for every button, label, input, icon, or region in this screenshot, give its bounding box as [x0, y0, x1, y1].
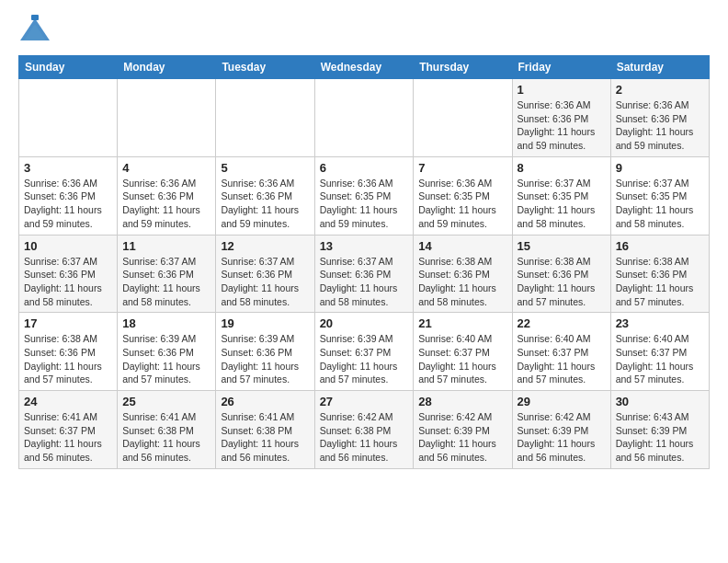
- calendar-cell: 8Sunrise: 6:37 AM Sunset: 6:35 PM Daylig…: [512, 156, 610, 235]
- day-info: Sunrise: 6:36 AM Sunset: 6:36 PM Dayligh…: [122, 177, 210, 231]
- day-number: 15: [518, 239, 606, 253]
- header: [18, 15, 710, 48]
- calendar-cell: 9Sunrise: 6:37 AM Sunset: 6:35 PM Daylig…: [610, 156, 709, 235]
- logo: [18, 15, 55, 48]
- logo-icon: [18, 15, 51, 48]
- day-info: Sunrise: 6:40 AM Sunset: 6:37 PM Dayligh…: [518, 332, 606, 386]
- day-info: Sunrise: 6:42 AM Sunset: 6:39 PM Dayligh…: [518, 410, 606, 465]
- day-number: 19: [221, 316, 309, 330]
- day-number: 24: [24, 395, 112, 408]
- calendar-cell: 15Sunrise: 6:38 AM Sunset: 6:36 PM Dayli…: [512, 235, 610, 313]
- calendar-cell: [314, 79, 414, 157]
- day-info: Sunrise: 6:39 AM Sunset: 6:37 PM Dayligh…: [320, 332, 409, 386]
- calendar-cell: 1Sunrise: 6:36 AM Sunset: 6:36 PM Daylig…: [512, 79, 610, 157]
- calendar-cell: 6Sunrise: 6:36 AM Sunset: 6:35 PM Daylig…: [314, 156, 414, 235]
- calendar-header-row: SundayMondayTuesdayWednesdayThursdayFrid…: [19, 56, 710, 79]
- day-number: 23: [616, 316, 704, 330]
- calendar-cell: [118, 79, 216, 157]
- calendar-cell: 3Sunrise: 6:36 AM Sunset: 6:36 PM Daylig…: [19, 156, 118, 235]
- day-number: 14: [418, 239, 506, 253]
- day-number: 12: [221, 239, 309, 253]
- day-info: Sunrise: 6:42 AM Sunset: 6:39 PM Dayligh…: [418, 410, 506, 465]
- page: SundayMondayTuesdayWednesdayThursdayFrid…: [0, 0, 728, 563]
- day-info: Sunrise: 6:36 AM Sunset: 6:36 PM Dayligh…: [616, 98, 704, 153]
- calendar-cell: 2Sunrise: 6:36 AM Sunset: 6:36 PM Daylig…: [610, 79, 709, 157]
- day-info: Sunrise: 6:38 AM Sunset: 6:36 PM Dayligh…: [418, 255, 506, 309]
- day-number: 26: [221, 395, 309, 408]
- calendar-cell: 5Sunrise: 6:36 AM Sunset: 6:36 PM Daylig…: [216, 156, 314, 235]
- calendar-cell: 24Sunrise: 6:41 AM Sunset: 6:37 PM Dayli…: [19, 391, 118, 469]
- day-number: 4: [122, 161, 210, 175]
- day-info: Sunrise: 6:36 AM Sunset: 6:36 PM Dayligh…: [518, 98, 606, 153]
- day-info: Sunrise: 6:41 AM Sunset: 6:38 PM Dayligh…: [221, 410, 309, 465]
- day-of-week-header: Sunday: [19, 56, 118, 79]
- day-info: Sunrise: 6:36 AM Sunset: 6:36 PM Dayligh…: [221, 177, 309, 231]
- calendar-cell: 14Sunrise: 6:38 AM Sunset: 6:36 PM Dayli…: [414, 235, 512, 313]
- calendar-cell: 26Sunrise: 6:41 AM Sunset: 6:38 PM Dayli…: [216, 391, 314, 469]
- day-of-week-header: Tuesday: [216, 56, 314, 79]
- day-number: 22: [518, 316, 606, 330]
- calendar-cell: 4Sunrise: 6:36 AM Sunset: 6:36 PM Daylig…: [118, 156, 216, 235]
- calendar-cell: 7Sunrise: 6:36 AM Sunset: 6:35 PM Daylig…: [414, 156, 512, 235]
- calendar-cell: 13Sunrise: 6:37 AM Sunset: 6:36 PM Dayli…: [314, 235, 414, 313]
- day-number: 13: [320, 239, 409, 253]
- day-info: Sunrise: 6:37 AM Sunset: 6:36 PM Dayligh…: [24, 255, 112, 309]
- day-number: 29: [518, 395, 606, 408]
- day-info: Sunrise: 6:37 AM Sunset: 6:35 PM Dayligh…: [616, 177, 704, 231]
- calendar-cell: 10Sunrise: 6:37 AM Sunset: 6:36 PM Dayli…: [19, 235, 118, 313]
- day-number: 6: [320, 161, 409, 175]
- day-number: 17: [24, 316, 112, 330]
- day-number: 21: [418, 316, 506, 330]
- day-info: Sunrise: 6:37 AM Sunset: 6:36 PM Dayligh…: [320, 255, 409, 309]
- calendar-cell: 16Sunrise: 6:38 AM Sunset: 6:36 PM Dayli…: [610, 235, 709, 313]
- day-number: 10: [24, 239, 112, 253]
- day-info: Sunrise: 6:38 AM Sunset: 6:36 PM Dayligh…: [24, 332, 112, 386]
- day-number: 18: [122, 316, 210, 330]
- calendar-cell: 11Sunrise: 6:37 AM Sunset: 6:36 PM Dayli…: [118, 235, 216, 313]
- day-info: Sunrise: 6:39 AM Sunset: 6:36 PM Dayligh…: [122, 332, 210, 386]
- calendar-cell: 21Sunrise: 6:40 AM Sunset: 6:37 PM Dayli…: [414, 313, 512, 391]
- calendar-cell: 12Sunrise: 6:37 AM Sunset: 6:36 PM Dayli…: [216, 235, 314, 313]
- day-info: Sunrise: 6:42 AM Sunset: 6:38 PM Dayligh…: [320, 410, 409, 465]
- day-info: Sunrise: 6:38 AM Sunset: 6:36 PM Dayligh…: [518, 255, 606, 309]
- calendar-table: SundayMondayTuesdayWednesdayThursdayFrid…: [18, 55, 710, 469]
- day-of-week-header: Saturday: [610, 56, 709, 79]
- calendar-cell: 27Sunrise: 6:42 AM Sunset: 6:38 PM Dayli…: [314, 391, 414, 469]
- calendar-cell: 17Sunrise: 6:38 AM Sunset: 6:36 PM Dayli…: [19, 313, 118, 391]
- day-number: 2: [616, 83, 704, 97]
- day-number: 9: [616, 161, 704, 175]
- day-info: Sunrise: 6:40 AM Sunset: 6:37 PM Dayligh…: [418, 332, 506, 386]
- calendar-cell: 28Sunrise: 6:42 AM Sunset: 6:39 PM Dayli…: [414, 391, 512, 469]
- calendar-cell: 18Sunrise: 6:39 AM Sunset: 6:36 PM Dayli…: [118, 313, 216, 391]
- calendar-cell: [216, 79, 314, 157]
- day-number: 25: [122, 395, 210, 408]
- calendar-cell: 22Sunrise: 6:40 AM Sunset: 6:37 PM Dayli…: [512, 313, 610, 391]
- calendar-cell: 19Sunrise: 6:39 AM Sunset: 6:36 PM Dayli…: [216, 313, 314, 391]
- calendar-cell: 23Sunrise: 6:40 AM Sunset: 6:37 PM Dayli…: [610, 313, 709, 391]
- calendar-week-row: 17Sunrise: 6:38 AM Sunset: 6:36 PM Dayli…: [19, 313, 710, 391]
- day-of-week-header: Thursday: [414, 56, 512, 79]
- day-number: 11: [122, 239, 210, 253]
- day-info: Sunrise: 6:41 AM Sunset: 6:37 PM Dayligh…: [24, 410, 112, 465]
- svg-rect-2: [31, 15, 39, 20]
- day-info: Sunrise: 6:43 AM Sunset: 6:39 PM Dayligh…: [616, 410, 704, 465]
- day-number: 16: [616, 239, 704, 253]
- day-number: 20: [320, 316, 409, 330]
- calendar-cell: [19, 79, 118, 157]
- day-info: Sunrise: 6:41 AM Sunset: 6:38 PM Dayligh…: [122, 410, 210, 465]
- day-number: 8: [518, 161, 606, 175]
- day-of-week-header: Monday: [118, 56, 216, 79]
- day-info: Sunrise: 6:36 AM Sunset: 6:36 PM Dayligh…: [24, 177, 112, 231]
- day-info: Sunrise: 6:37 AM Sunset: 6:35 PM Dayligh…: [518, 177, 606, 231]
- day-info: Sunrise: 6:37 AM Sunset: 6:36 PM Dayligh…: [221, 255, 309, 309]
- calendar-week-row: 1Sunrise: 6:36 AM Sunset: 6:36 PM Daylig…: [19, 79, 710, 157]
- day-info: Sunrise: 6:38 AM Sunset: 6:36 PM Dayligh…: [616, 255, 704, 309]
- day-of-week-header: Wednesday: [314, 56, 414, 79]
- day-info: Sunrise: 6:39 AM Sunset: 6:36 PM Dayligh…: [221, 332, 309, 386]
- day-number: 1: [518, 83, 606, 97]
- day-info: Sunrise: 6:36 AM Sunset: 6:35 PM Dayligh…: [320, 177, 409, 231]
- day-info: Sunrise: 6:36 AM Sunset: 6:35 PM Dayligh…: [418, 177, 506, 231]
- day-info: Sunrise: 6:40 AM Sunset: 6:37 PM Dayligh…: [616, 332, 704, 386]
- day-number: 7: [418, 161, 506, 175]
- day-number: 28: [418, 395, 506, 408]
